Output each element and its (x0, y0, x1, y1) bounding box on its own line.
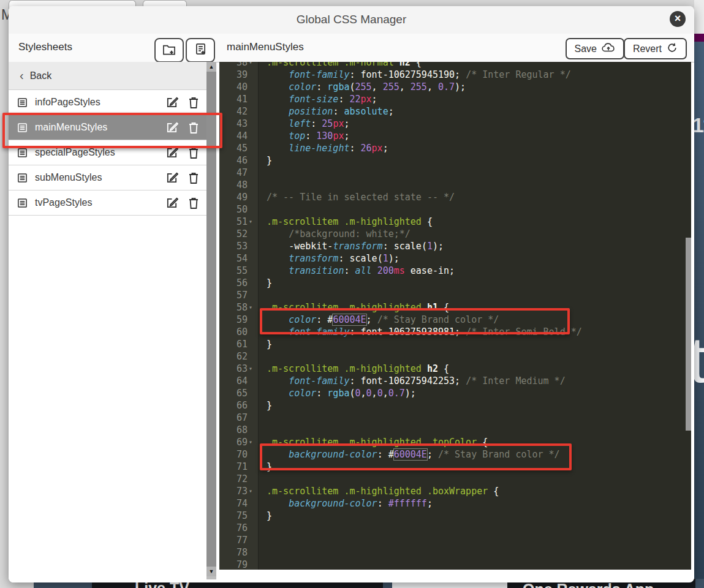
code-line-48: 48 (219, 179, 691, 191)
code-line-49: 49/* -- Tile in selected state -- */ (219, 191, 691, 203)
line-number: 56 (219, 277, 248, 289)
delete-trash-icon[interactable] (188, 121, 199, 134)
code-line-44: 44 top: 130px; (219, 130, 691, 142)
sidebar-item-mainMenuStyles[interactable]: mainMenuStyles (9, 115, 206, 140)
line-number: 77 (219, 534, 248, 546)
delete-trash-icon[interactable] (188, 197, 199, 209)
code-line-54: 54 transform: scale(1); (219, 252, 691, 265)
new-folder-button[interactable] (154, 38, 184, 62)
sidebar-item-infoPageStyles[interactable]: infoPageStyles (9, 90, 206, 115)
code-line-58: 58▾.m-scrollitem .m-highlighted h1 { (219, 301, 691, 314)
code-line-65: 65 color: rgba(0,0,0,0.7); (219, 387, 691, 399)
back-button[interactable]: ‹ Back (9, 62, 206, 90)
code-line-60: 60 font-family: font-106275938981; /* In… (219, 326, 691, 338)
code-line-67: 67 (219, 412, 691, 424)
line-number: 53 (219, 240, 248, 252)
editor-scrollbar-thumb[interactable] (686, 238, 691, 431)
code-line-73: 73▾.m-scrollitem .m-highlighted .boxWrap… (219, 485, 691, 497)
line-number: 47 (219, 167, 248, 179)
fold-arrow-icon[interactable]: ▾ (248, 363, 259, 375)
code-line-51: 51▾.m-scrollitem .m-highlighted { (219, 216, 691, 228)
code-line-76: 76 (219, 522, 691, 534)
code-line-62: 62 (219, 350, 691, 363)
close-button[interactable]: × (670, 11, 686, 27)
sidebar-scrollbar[interactable]: ▲ ▼ (206, 62, 216, 579)
line-number: 44 (219, 130, 248, 142)
edit-pencil-icon[interactable] (165, 197, 178, 209)
background-purple-strip (694, 34, 704, 42)
background-strip (694, 0, 704, 34)
delete-trash-icon[interactable] (188, 96, 199, 109)
edit-pencil-icon[interactable] (165, 96, 178, 109)
code-line-72: 72 (219, 473, 691, 485)
css-code-editor[interactable]: 38▾.m-scrollitem .m-normal h2 {39 font-f… (219, 62, 691, 570)
code-text: transform: scale(1); (259, 253, 399, 264)
code-line-57: 57 (219, 289, 691, 301)
code-line-74: 74 background-color: #ffffff; (219, 497, 691, 510)
fold-arrow-icon[interactable]: ▾ (248, 485, 259, 497)
line-number: 50 (219, 203, 248, 216)
code-text (259, 204, 267, 215)
sidebar-item-subMenuStyles[interactable]: subMenuStyles (9, 165, 206, 190)
dialog-header: Global CSS Manager × (9, 6, 694, 34)
line-number: 61 (219, 338, 248, 350)
sidebar-scrollbar-thumb[interactable] (206, 72, 216, 567)
screen: M 11 t Live TV One Rewards App Global CS… (0, 0, 704, 588)
delete-trash-icon[interactable] (188, 172, 199, 184)
code-line-68: 68 (219, 424, 691, 436)
line-number: 68 (219, 424, 248, 436)
code-line-40: 40 color: rgba(255, 255, 255, 0.7); (219, 81, 691, 93)
revert-button[interactable]: Revert (624, 38, 687, 59)
save-button[interactable]: Save (566, 38, 624, 59)
new-stylesheet-button[interactable] (186, 38, 215, 62)
code-line-66: 66} (219, 399, 691, 412)
active-stylesheet-title: mainMenuStyles (227, 41, 304, 53)
fold-arrow-icon[interactable]: ▾ (248, 216, 259, 228)
scroll-down-arrow-icon[interactable]: ▼ (206, 567, 216, 576)
code-line-77: 77 (219, 534, 691, 546)
line-number: 72 (219, 473, 248, 485)
sidebar-item-tvPageStyles[interactable]: tvPageStyles (9, 190, 206, 216)
code-text (259, 167, 267, 178)
fold-arrow-icon[interactable]: ▾ (248, 436, 259, 448)
dialog-toolbar: Stylesheets mainMen (9, 34, 694, 62)
fold-arrow-icon[interactable]: ▾ (248, 301, 259, 314)
code-line-56: 56} (219, 277, 691, 289)
code-text: } (259, 400, 272, 411)
code-text: .m-scrollitem .m-highlighted .boxWrapper… (259, 486, 499, 497)
code-text: font-family: font-106275938981; /* Inter… (259, 326, 582, 337)
scroll-up-arrow-icon[interactable]: ▲ (206, 62, 216, 72)
edit-pencil-icon[interactable] (165, 146, 178, 159)
line-number: 76 (219, 522, 248, 534)
delete-trash-icon[interactable] (188, 146, 199, 159)
sidebar-item-specialPageStyles[interactable]: specialPageStyles (9, 140, 206, 165)
code-line-70: 70 background-color: #60004E; /* Stay Br… (219, 448, 691, 461)
code-text (259, 535, 267, 546)
code-line-53: 53 -webkit-transform: scale(1); (219, 240, 691, 252)
code-text: font-size: 22px; (259, 94, 377, 105)
line-number: 66 (219, 399, 248, 412)
code-text: /*background: white;*/ (259, 228, 411, 239)
code-text: /* -- Tile in selected state -- */ (259, 192, 455, 203)
line-number: 46 (219, 154, 248, 167)
code-line-39: 39 font-family: font-106275945190; /* In… (219, 69, 691, 81)
line-number: 45 (219, 142, 248, 154)
code-line-61: 61} (219, 338, 691, 350)
line-number: 41 (219, 93, 248, 105)
code-text: background-color: #ffffff; (259, 498, 433, 509)
code-text (259, 424, 267, 435)
code-line-50: 50 (219, 203, 691, 216)
edit-pencil-icon[interactable] (165, 121, 178, 134)
stylesheet-list: infoPageStylesmainMenuStylesspecialPageS… (9, 90, 206, 216)
line-number: 55 (219, 265, 248, 277)
code-text: } (259, 339, 272, 350)
revert-label: Revert (633, 43, 662, 55)
line-number: 78 (219, 546, 248, 559)
code-text: } (259, 461, 272, 472)
code-line-41: 41 font-size: 22px; (219, 93, 691, 105)
code-text: font-family: font-106275945190; /* Inter… (259, 69, 571, 80)
code-text: line-height: 26px; (259, 143, 388, 154)
edit-pencil-icon[interactable] (165, 172, 178, 184)
line-number: 75 (219, 510, 248, 522)
fold-arrow-icon[interactable]: ▾ (248, 62, 259, 69)
